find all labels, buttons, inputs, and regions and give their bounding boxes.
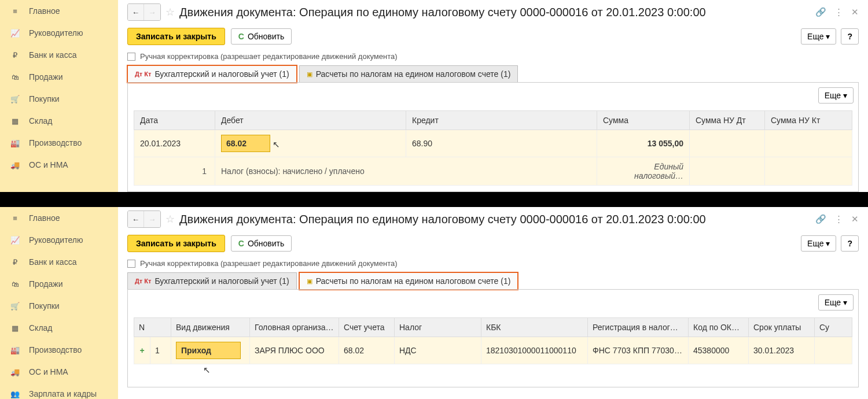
- col-n[interactable]: N: [134, 318, 171, 337]
- cell-nu-dt[interactable]: [690, 130, 765, 157]
- help-button[interactable]: ?: [841, 235, 859, 252]
- cell-sum[interactable]: [815, 337, 852, 364]
- cell-kbk[interactable]: 18210301000011000110: [481, 337, 588, 364]
- link-icon[interactable]: 🔗: [815, 7, 826, 17]
- save-close-button[interactable]: Записать и закрыть: [127, 28, 225, 45]
- favorite-icon[interactable]: ☆: [165, 213, 175, 226]
- sidebar: ≡Главное 📈Руководителю ₽Банк и касса 🛍Пр…: [0, 207, 118, 399]
- favorite-icon[interactable]: ☆: [165, 6, 175, 19]
- grid-icon: ▦: [9, 116, 21, 126]
- forward-button[interactable]: →: [144, 211, 160, 227]
- bag-icon: 🛍: [9, 72, 21, 82]
- sidebar-item-bank[interactable]: ₽Банк и касса: [0, 251, 118, 273]
- col-debit[interactable]: Дебет: [215, 111, 406, 130]
- panel-more-button[interactable]: Еще ▾: [818, 294, 854, 311]
- kebab-icon[interactable]: ⋮: [834, 7, 843, 17]
- sidebar-item-main[interactable]: ≡Главное: [0, 0, 118, 22]
- tab-tax-settlements[interactable]: ▣Расчеты по налогам на едином налоговом …: [299, 272, 518, 290]
- cell-due[interactable]: 30.01.2023: [749, 337, 815, 364]
- sidebar-item-production[interactable]: 🏭Производство: [0, 339, 118, 361]
- tab-label: Расчеты по налогам на едином налоговом с…: [316, 69, 511, 79]
- col-sum-nu-dt[interactable]: Сумма НУ Дт: [690, 111, 765, 130]
- sidebar-item-main[interactable]: ≡Главное: [0, 207, 118, 229]
- refresh-button[interactable]: СОбновить: [231, 235, 292, 252]
- manual-edit-row: Ручная корректировка (разрешает редактир…: [127, 50, 859, 65]
- sidebar-item-bank[interactable]: ₽Банк и касса: [0, 44, 118, 66]
- sidebar-item-label: Производство: [29, 138, 82, 147]
- back-button[interactable]: ←: [128, 4, 144, 20]
- more-button[interactable]: Еще ▾: [801, 28, 836, 45]
- col-due[interactable]: Срок уплаты: [749, 318, 815, 337]
- sidebar-item-label: Производство: [29, 345, 82, 354]
- col-sum[interactable]: Сумма: [597, 111, 690, 130]
- sidebar-item-warehouse[interactable]: ▦Склад: [0, 110, 118, 132]
- cell-account[interactable]: 68.02: [339, 337, 395, 364]
- sidebar-item-purchases[interactable]: 🛒Покупки: [0, 295, 118, 317]
- tab-accounting[interactable]: Дт КтБухгалтерский и налоговый учет (1): [127, 272, 297, 290]
- sidebar-item-manager[interactable]: 📈Руководителю: [0, 22, 118, 44]
- sidebar-item-payroll[interactable]: 👥Зарплата и кадры: [0, 383, 118, 399]
- help-button[interactable]: ?: [841, 28, 859, 45]
- cell-oktmo[interactable]: 45380000: [689, 337, 749, 364]
- sidebar-item-manager[interactable]: 📈Руководителю: [0, 229, 118, 251]
- cell-date[interactable]: 20.01.2023: [134, 130, 215, 157]
- link-icon[interactable]: 🔗: [815, 214, 826, 224]
- chart-icon: 📈: [9, 28, 21, 38]
- sidebar-item-assets[interactable]: 🚚ОС и НМА: [0, 361, 118, 383]
- sidebar-item-sales[interactable]: 🛍Продажи: [0, 66, 118, 88]
- sidebar-item-warehouse[interactable]: ▦Склад: [0, 317, 118, 339]
- manual-edit-checkbox[interactable]: [127, 260, 135, 268]
- close-icon[interactable]: ✕: [851, 214, 859, 224]
- col-account[interactable]: Счет учета: [339, 318, 395, 337]
- cell-n[interactable]: 1: [150, 337, 171, 364]
- sidebar-item-purchases[interactable]: 🛒Покупки: [0, 88, 118, 110]
- refresh-button[interactable]: СОбновить: [231, 28, 292, 45]
- forward-button[interactable]: →: [144, 4, 160, 20]
- table-row[interactable]: + 1 Приход ЗАРЯ ПЛЮС ООО 68.02 НДС 18210…: [134, 337, 852, 364]
- col-date[interactable]: Дата: [134, 111, 215, 130]
- cell-credit[interactable]: 68.90: [406, 130, 597, 157]
- truck-icon: 🚚: [9, 160, 21, 170]
- sidebar-item-assets[interactable]: 🚚ОС и НМА: [0, 154, 118, 176]
- sidebar-item-label: ОС и НМА: [29, 367, 68, 376]
- cell-tax[interactable]: НДС: [395, 337, 481, 364]
- cell-plus[interactable]: +: [134, 337, 150, 364]
- tab-accounting[interactable]: Дт КтБухгалтерский и налоговый учет (1): [127, 65, 297, 83]
- manual-edit-checkbox[interactable]: [127, 53, 135, 61]
- manual-edit-label: Ручная корректировка (разрешает редактир…: [140, 52, 398, 61]
- col-registration[interactable]: Регистрация в налог…: [588, 318, 689, 337]
- cell-sum-desc[interactable]: Единый налоговый…: [597, 157, 690, 186]
- cell-debit-desc[interactable]: Налог (взносы): начислено / уплачено: [215, 157, 597, 186]
- cell-org[interactable]: ЗАРЯ ПЛЮС ООО: [250, 337, 339, 364]
- cell-type[interactable]: Приход: [171, 337, 250, 364]
- tab-tax-settlements[interactable]: ▣Расчеты по налогам на едином налоговом …: [299, 65, 518, 83]
- sidebar-item-label: Руководителю: [29, 235, 83, 245]
- kebab-icon[interactable]: ⋮: [834, 214, 843, 224]
- col-org[interactable]: Головная организа…: [250, 318, 339, 337]
- col-oktmo[interactable]: Код по ОК…: [689, 318, 749, 337]
- table-row[interactable]: 20.01.2023 68.02 68.90 13 055,00: [134, 130, 852, 157]
- sidebar-item-label: Продажи: [29, 72, 62, 82]
- tab-label: Бухгалтерский и налоговый учет (1): [155, 276, 289, 286]
- back-button[interactable]: ←: [128, 211, 144, 227]
- panel-more-button[interactable]: Еще ▾: [818, 87, 854, 104]
- table-sub-row[interactable]: 1 Налог (взносы): начислено / уплачено Е…: [134, 157, 852, 186]
- cursor-icon: ↖: [203, 365, 211, 375]
- col-type[interactable]: Вид движения: [171, 318, 250, 337]
- col-tax[interactable]: Налог: [395, 318, 481, 337]
- close-icon[interactable]: ✕: [851, 7, 859, 17]
- col-credit[interactable]: Кредит: [406, 111, 597, 130]
- cell-registration[interactable]: ФНС 7703 КПП 77030…: [588, 337, 689, 364]
- debit-credit-icon: Дт Кт: [135, 71, 151, 77]
- col-sum[interactable]: Су: [815, 318, 852, 337]
- more-button[interactable]: Еще ▾: [801, 235, 836, 252]
- cell-debit[interactable]: 68.02: [215, 130, 406, 157]
- col-kbk[interactable]: КБК: [481, 318, 588, 337]
- save-close-button[interactable]: Записать и закрыть: [127, 235, 225, 252]
- sidebar-item-production[interactable]: 🏭Производство: [0, 132, 118, 154]
- cell-sum[interactable]: 13 055,00: [597, 130, 690, 157]
- cell-rownum[interactable]: 1: [134, 157, 215, 186]
- col-sum-nu-kt[interactable]: Сумма НУ Кт: [765, 111, 852, 130]
- cell-nu-kt[interactable]: [765, 130, 852, 157]
- sidebar-item-sales[interactable]: 🛍Продажи: [0, 273, 118, 295]
